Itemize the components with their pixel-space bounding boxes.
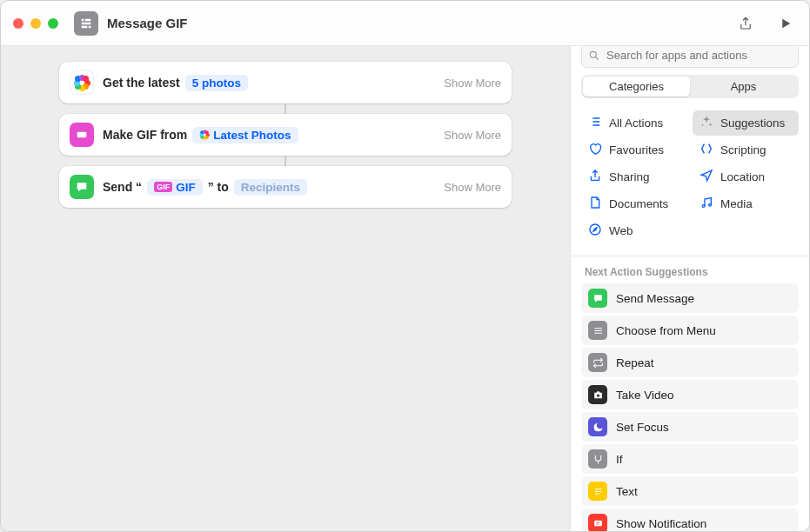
- minimize-window[interactable]: [30, 18, 41, 29]
- camera-icon: [588, 385, 607, 404]
- show-more-button[interactable]: Show More: [444, 76, 501, 90]
- svg-point-5: [590, 51, 596, 57]
- svg-rect-10: [594, 521, 602, 527]
- doc-icon: [588, 196, 602, 212]
- show-more-button[interactable]: Show More: [444, 129, 501, 142]
- moon-icon: [588, 417, 607, 436]
- action-token[interactable]: Latest Photos: [192, 127, 298, 143]
- suggestion-take-video[interactable]: Take Video: [581, 380, 799, 409]
- gif-icon: [70, 123, 94, 147]
- category-scripting[interactable]: Scripting: [693, 137, 799, 163]
- share-button[interactable]: [734, 12, 757, 35]
- suggestion-if[interactable]: If: [581, 444, 799, 474]
- messages-icon: [70, 175, 94, 199]
- music-icon: [700, 196, 713, 212]
- library-sidebar: Categories Apps All ActionsSuggestionsFa…: [570, 46, 809, 531]
- traffic-lights: [13, 18, 58, 29]
- action-text: Get the latest 5 photos: [103, 75, 248, 91]
- text-icon: [588, 482, 607, 501]
- segment-categories[interactable]: Categories: [583, 76, 690, 96]
- branch-icon: [588, 449, 607, 469]
- suggestion-show-notification[interactable]: Show Notification: [581, 509, 799, 531]
- share-icon: [588, 169, 602, 185]
- suggestion-text[interactable]: Text: [581, 476, 799, 506]
- svg-point-9: [596, 394, 599, 396]
- titlebar: Message GIF: [1, 1, 809, 46]
- category-sharing[interactable]: Sharing: [581, 164, 687, 190]
- svg-point-7: [709, 203, 712, 206]
- segment-apps[interactable]: Apps: [690, 76, 797, 96]
- repeat-icon: [588, 353, 607, 372]
- safari-icon: [588, 223, 602, 239]
- arrow-icon: [700, 169, 713, 185]
- svg-point-8: [590, 224, 600, 235]
- category-all[interactable]: All Actions: [581, 110, 687, 136]
- action-gif[interactable]: Make GIF from Latest Photos Show More: [59, 114, 512, 156]
- library-search[interactable]: [581, 46, 799, 68]
- list-icon: [588, 115, 602, 131]
- close-window[interactable]: [13, 18, 23, 29]
- workflow-editor[interactable]: Get the latest 5 photos Show More Make G…: [1, 46, 570, 531]
- category-web[interactable]: Web: [581, 218, 687, 243]
- menu-icon: [588, 321, 607, 340]
- category-favourites[interactable]: Favourites: [581, 137, 687, 163]
- suggestions-header: Next Action Suggestions: [571, 263, 809, 283]
- action-text: Send “ GIFGIF ” toRecipients: [103, 179, 307, 196]
- category-suggestions[interactable]: Suggestions: [693, 110, 799, 136]
- window-title: Message GIF: [107, 16, 188, 30]
- suggestion-send-message[interactable]: Send Message: [581, 283, 799, 313]
- search-icon: [588, 50, 600, 62]
- action-messages[interactable]: Send “ GIFGIF ” toRecipients Show More: [59, 166, 512, 208]
- action-photos[interactable]: Get the latest 5 photos Show More: [59, 62, 512, 103]
- sparkle-icon: [700, 115, 713, 131]
- shortcut-icon: [74, 11, 98, 36]
- action-token[interactable]: 5 photos: [185, 75, 248, 91]
- run-button[interactable]: [774, 12, 797, 35]
- suggestion-repeat[interactable]: Repeat: [581, 348, 799, 377]
- heart-icon: [588, 142, 602, 158]
- brackets-icon: [700, 142, 713, 158]
- svg-rect-0: [77, 132, 87, 138]
- suggestion-set-focus[interactable]: Set Focus: [581, 412, 799, 442]
- action-token[interactable]: GIFGIF: [147, 179, 203, 196]
- action-token-recipients[interactable]: Recipients: [234, 179, 307, 196]
- bell-icon: [588, 514, 607, 531]
- svg-point-6: [702, 204, 705, 207]
- action-text: Make GIF from Latest Photos: [103, 127, 298, 143]
- category-media[interactable]: Media: [693, 191, 799, 216]
- category-location[interactable]: Location: [693, 164, 799, 190]
- suggestion-choose-from-menu[interactable]: Choose from Menu: [581, 316, 799, 345]
- search-input[interactable]: [581, 46, 799, 68]
- category-documents[interactable]: Documents: [581, 191, 687, 216]
- zoom-window[interactable]: [48, 18, 58, 29]
- show-more-button[interactable]: Show More: [444, 181, 501, 194]
- shortcuts-window: Message GIF Get the latest 5 photos Show…: [0, 0, 810, 532]
- photos-icon: [70, 70, 94, 95]
- bubble-icon: [588, 289, 607, 308]
- library-segments: Categories Apps: [581, 75, 799, 98]
